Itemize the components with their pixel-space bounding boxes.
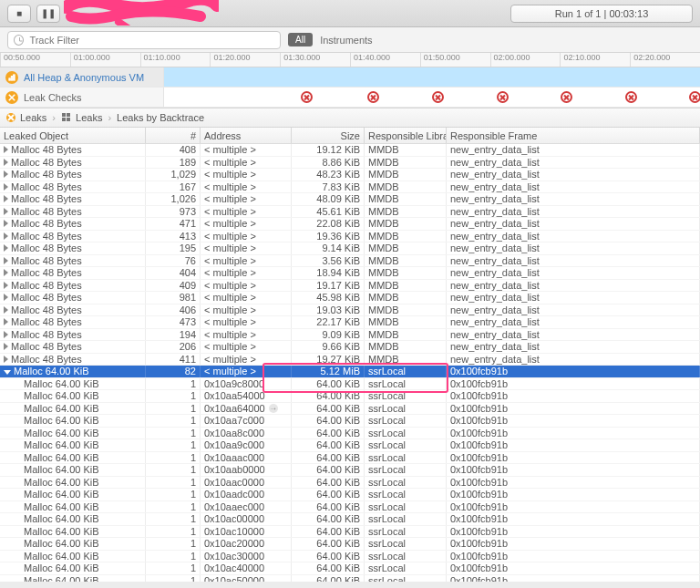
cell-size: 19.36 KiB <box>292 231 365 242</box>
cell-size: 19.17 KiB <box>292 280 365 292</box>
cell-library: MMDB <box>365 231 447 242</box>
disclosure-triangle-icon[interactable] <box>4 331 8 338</box>
table-row[interactable]: Malloc 48 Bytes981< multiple >45.98 KiBM… <box>0 292 700 304</box>
crumb-leaks[interactable]: Leaks <box>20 112 46 123</box>
table-row[interactable]: Malloc 64.00 KiB10x10aac000064.00 KiBssr… <box>0 477 700 490</box>
cell-frame: new_entry_data_list <box>447 206 700 218</box>
table-row[interactable]: Malloc 64.00 KiB10x10ac3000064.00 KiBssr… <box>0 551 700 563</box>
cell-library: MMDB <box>365 316 447 328</box>
disclosure-triangle-icon[interactable] <box>4 195 8 202</box>
table-row[interactable]: Malloc 64.00 KiB10x10aaec00064.00 KiBssr… <box>0 501 700 514</box>
table-row[interactable]: Malloc 48 Bytes408< multiple >19.12 KiBM… <box>0 144 700 157</box>
table-row[interactable]: Malloc 64.00 KiB10x10ac5000064.00 KiBssr… <box>0 575 700 583</box>
table-row[interactable]: Malloc 48 Bytes404< multiple >18.94 KiBM… <box>0 267 700 280</box>
segment-control[interactable]: All <box>288 33 313 46</box>
table-row[interactable]: Malloc 48 Bytes189< multiple >8.86 KiBMM… <box>0 157 700 170</box>
table-row[interactable]: Malloc 64.00 KiB10x10aa5400064.00 KiBssr… <box>0 390 700 403</box>
table-row[interactable]: Malloc 48 Bytes411< multiple >19.27 KiBM… <box>0 354 700 366</box>
leak-mark-icon[interactable] <box>301 91 313 103</box>
table-row[interactable]: Malloc 64.00 KiB10x10aa7c00064.00 KiBssr… <box>0 415 700 428</box>
disclosure-triangle-icon[interactable] <box>4 146 8 153</box>
leak-mark-icon[interactable] <box>367 91 379 103</box>
header-count[interactable]: # <box>146 128 201 143</box>
table-row[interactable]: Malloc 64.00 KiB10x10aab000064.00 KiBssr… <box>0 464 700 477</box>
track-filter-input[interactable] <box>29 35 274 46</box>
cell-address: < multiple > <box>201 218 292 230</box>
crumb-backtrace[interactable]: Leaks by Backtrace <box>117 112 204 123</box>
segment-all[interactable]: All <box>288 33 313 46</box>
leak-track[interactable]: Leak Checks <box>0 88 700 108</box>
table-row[interactable]: Malloc 64.00 KiB10x10a9c800064.00 KiBssr… <box>0 378 700 391</box>
leak-mark-icon[interactable] <box>689 91 700 103</box>
disclosure-triangle-icon[interactable] <box>4 370 11 375</box>
goto-icon[interactable]: → <box>269 404 278 413</box>
leak-mark-icon[interactable] <box>625 91 637 103</box>
disclosure-triangle-icon[interactable] <box>4 318 8 325</box>
disclosure-triangle-icon[interactable] <box>4 244 8 252</box>
table-row[interactable]: Malloc 48 Bytes473< multiple >22.17 KiBM… <box>0 316 700 329</box>
table-row[interactable]: Malloc 64.00 KiB10x10ac0000064.00 KiBssr… <box>0 513 700 526</box>
table-row[interactable]: Malloc 48 Bytes1,026< multiple >48.09 Ki… <box>0 193 700 206</box>
record-button[interactable]: ■ <box>7 5 31 23</box>
cell-library: MMDB <box>365 329 447 341</box>
table-row[interactable]: Malloc 64.00 KiB82< multiple >5.12 MiBss… <box>0 366 700 378</box>
run-status[interactable]: Run 1 of 1 | 00:03:13 <box>510 5 693 23</box>
heap-track-label: All Heap & Anonymous VM <box>24 72 144 83</box>
cell-object: Malloc 64.00 KiB <box>14 366 89 377</box>
disclosure-triangle-icon[interactable] <box>4 356 8 363</box>
disclosure-triangle-icon[interactable] <box>4 257 8 264</box>
cell-library: MMDB <box>365 193 447 205</box>
disclosure-triangle-icon[interactable] <box>4 159 8 166</box>
header-frame[interactable]: Responsible Frame <box>447 128 700 143</box>
table-row[interactable]: Malloc 64.00 KiB10x10ac2000064.00 KiBssr… <box>0 538 700 551</box>
disclosure-triangle-icon[interactable] <box>4 232 8 240</box>
table-row[interactable]: Malloc 64.00 KiB10x10aa9c00064.00 KiBssr… <box>0 439 700 452</box>
timeline-ruler[interactable]: 00:50.00001:00.00001:10.00001:20.00001:3… <box>0 53 700 67</box>
disclosure-triangle-icon[interactable] <box>4 306 8 314</box>
table-row[interactable]: Malloc 48 Bytes409< multiple >19.17 KiBM… <box>0 280 700 293</box>
table-row[interactable]: Malloc 48 Bytes206< multiple >9.66 KiBMM… <box>0 341 700 354</box>
pause-button[interactable]: ❚❚ <box>36 5 60 23</box>
disclosure-triangle-icon[interactable] <box>4 294 8 301</box>
disclosure-triangle-icon[interactable] <box>4 208 8 215</box>
leak-mark-icon[interactable] <box>432 91 444 103</box>
table-row[interactable]: Malloc 64.00 KiB10x10aa8c00064.00 KiBssr… <box>0 428 700 440</box>
heap-track[interactable]: All Heap & Anonymous VM <box>0 67 700 88</box>
table-row[interactable]: Malloc 64.00 KiB10x10aadc00064.00 KiBssr… <box>0 489 700 501</box>
table-row[interactable]: Malloc 48 Bytes413< multiple >19.36 KiBM… <box>0 231 700 243</box>
table-row[interactable]: Malloc 48 Bytes76< multiple >3.56 KiBMMD… <box>0 255 700 268</box>
header-size[interactable]: Size <box>292 128 365 143</box>
table-row[interactable]: Malloc 48 Bytes1,029< multiple >48.23 Ki… <box>0 169 700 181</box>
table-row[interactable]: Malloc 48 Bytes194< multiple >9.09 KiBMM… <box>0 329 700 342</box>
disclosure-triangle-icon[interactable] <box>4 343 8 350</box>
disclosure-triangle-icon[interactable] <box>4 282 8 289</box>
table-row[interactable]: Malloc 48 Bytes167< multiple >7.83 KiBMM… <box>0 181 700 194</box>
table-row[interactable]: Malloc 64.00 KiB10x10ac4000064.00 KiBssr… <box>0 562 700 575</box>
leak-mark-icon[interactable] <box>497 91 509 103</box>
cell-frame: new_entry_data_list <box>447 292 700 304</box>
header-address[interactable]: Address <box>201 128 292 143</box>
table-row[interactable]: Malloc 64.00 KiB10x10ac1000064.00 KiBssr… <box>0 526 700 539</box>
table-row[interactable]: Malloc 48 Bytes471< multiple >22.08 KiBM… <box>0 218 700 231</box>
track-filter[interactable] <box>7 31 281 49</box>
table-row[interactable]: Malloc 48 Bytes406< multiple >19.03 KiBM… <box>0 304 700 317</box>
cell-address: 0x10ac40000 <box>201 562 292 574</box>
disclosure-triangle-icon[interactable] <box>4 269 8 276</box>
disclosure-triangle-icon[interactable] <box>4 170 8 178</box>
crumb-leaks-2[interactable]: Leaks <box>76 112 102 123</box>
header-leaked-object[interactable]: Leaked Object <box>0 128 146 143</box>
header-library[interactable]: Responsible Library <box>365 128 447 143</box>
leak-track-lane[interactable] <box>164 88 700 107</box>
table-row[interactable]: Malloc 48 Bytes973< multiple >45.61 KiBM… <box>0 206 700 219</box>
disclosure-triangle-icon[interactable] <box>4 183 8 191</box>
cell-frame: new_entry_data_list <box>447 157 700 169</box>
table-row[interactable]: Malloc 64.00 KiB10x10aa64000→64.00 KiBss… <box>0 403 700 416</box>
table-row[interactable]: Malloc 48 Bytes195< multiple >9.14 KiBMM… <box>0 242 700 255</box>
cell-size: 64.00 KiB <box>292 378 365 390</box>
cell-library: MMDB <box>365 267 447 279</box>
table-row[interactable]: Malloc 64.00 KiB10x10aaac00064.00 KiBssr… <box>0 452 700 465</box>
disclosure-triangle-icon[interactable] <box>4 220 8 227</box>
heap-track-lane[interactable] <box>164 67 700 87</box>
cell-library: MMDB <box>365 157 447 169</box>
leak-mark-icon[interactable] <box>561 91 572 103</box>
